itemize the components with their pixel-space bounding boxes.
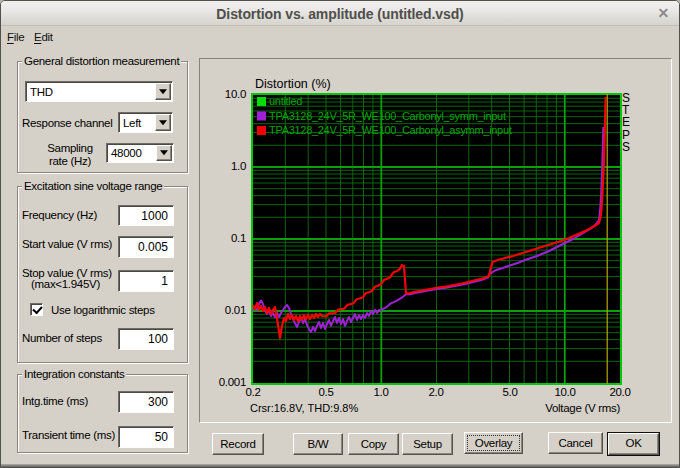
svg-text:TPA3128_24V_5R_WE100_Carbonyl_: TPA3128_24V_5R_WE100_Carbonyl_asymm_inpu… <box>269 124 512 136</box>
svg-text:untitled: untitled <box>269 95 302 107</box>
svg-text:TPA3128_24V_5R_WE100_Carbonyl_: TPA3128_24V_5R_WE100_Carbonyl_symm_input <box>269 110 506 122</box>
